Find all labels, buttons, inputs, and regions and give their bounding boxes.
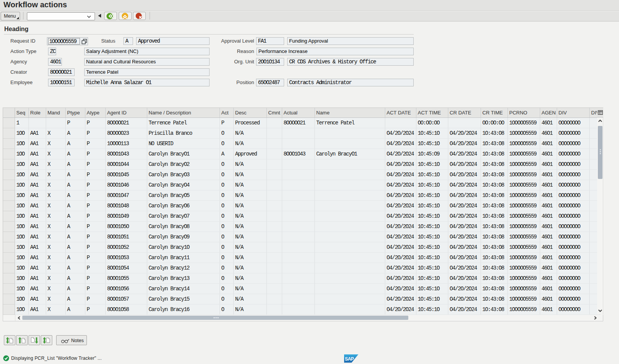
svg-text:SAP: SAP bbox=[345, 356, 354, 362]
